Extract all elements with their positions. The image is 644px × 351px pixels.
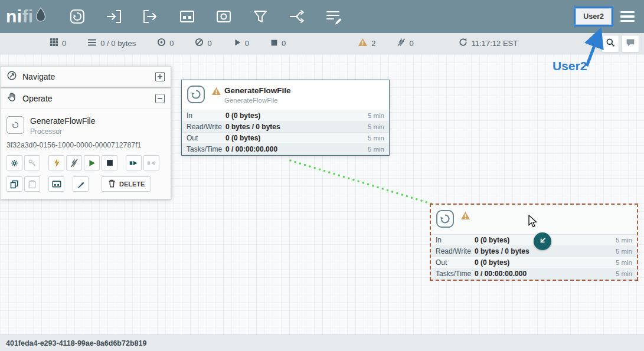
global-menu-button[interactable] [619, 9, 636, 25]
remote-process-group-tool-icon[interactable] [214, 6, 234, 27]
logo-text-fi: fi [22, 6, 33, 27]
running-status: 0 [233, 38, 249, 49]
navigate-panel-header: Navigate [1, 67, 171, 87]
disabled-count: 0 [409, 39, 413, 48]
stopped-count: 0 [282, 39, 286, 48]
status-bar: 0 0 / 0 bytes 0 0 0 [0, 33, 644, 54]
app-header: nifi [0, 0, 644, 33]
user-highlight-box: User2 [574, 6, 613, 27]
stat-row-out: Out 0 (0 bytes) 5 min [182, 133, 389, 144]
invalid-count: 2 [371, 39, 375, 48]
breadcrumb[interactable]: 401feda4-e293-4118-99ae-8a6d6b72b819 [6, 339, 146, 347]
stat-row-readwrite: Read/Write 0 bytes / 0 bytes 5 min [431, 246, 637, 257]
processor-type: GenerateFlowFile [224, 97, 291, 104]
input-port-tool-icon[interactable] [104, 6, 124, 27]
operate-panel: Operate GenerateFlowFile Processor 3f32a… [0, 88, 171, 199]
stat-window: 5 min [368, 112, 384, 119]
funnel-tool-icon[interactable] [250, 6, 270, 27]
processor-name: GenerateFlowFile [224, 86, 291, 95]
process-group-tool-icon[interactable] [177, 6, 197, 27]
operate-panel-body: GenerateFlowFile Processor 3f32a3d0-0156… [1, 109, 171, 199]
current-user-button[interactable]: User2 [576, 8, 612, 25]
active-threads-count: 0 [62, 39, 66, 48]
stat-window: 5 min [616, 270, 632, 277]
fill-color-brush-button[interactable] [73, 176, 89, 192]
navigate-expand-button[interactable] [155, 72, 165, 81]
nifi-app: nifi [0, 0, 644, 351]
last-refresh-time: 11:17:12 EST [472, 39, 518, 48]
group-button[interactable] [48, 176, 64, 192]
operate-panel-title: Operate [22, 94, 150, 103]
footer-breadcrumb-bar: 401feda4-e293-4118-99ae-8a6d6b72b819 [0, 334, 644, 351]
invalid-status: 2 [358, 38, 375, 49]
stat-value: 0 (0 bytes) [475, 258, 616, 267]
stat-label: Out [187, 134, 225, 142]
start-play-button[interactable] [84, 155, 100, 170]
queued-data-count: 0 / 0 bytes [100, 39, 136, 48]
copy-button[interactable] [6, 176, 22, 192]
stat-label: In [187, 111, 225, 120]
active-threads-status: 0 [50, 38, 66, 49]
operate-palette-row-2: DELETE [1, 170, 171, 192]
stat-value: 0 / 00:00:00.000 [225, 145, 368, 153]
processor-icon [436, 209, 455, 231]
settings-gear-button[interactable] [6, 155, 22, 170]
access-key-button[interactable] [24, 155, 40, 170]
create-template-button[interactable] [126, 155, 142, 170]
processor-icon [6, 116, 24, 134]
navigate-compass-icon [6, 70, 17, 83]
queued-list-icon [87, 38, 97, 49]
nifi-logo: nifi [0, 6, 47, 27]
stat-value: 0 (0 bytes) [225, 111, 368, 120]
selected-component-name: GenerateFlowFile [30, 116, 96, 126]
nifi-droplet-icon [33, 6, 47, 27]
transmitting-icon [157, 38, 166, 49]
output-port-tool-icon[interactable] [140, 6, 161, 27]
refresh-status[interactable]: 11:17:12 EST [459, 38, 518, 49]
stat-label: Out [436, 258, 475, 267]
processor-stats: In 0 (0 bytes) 5 min Read/Write 0 bytes … [182, 110, 389, 155]
stat-label: Read/Write [187, 123, 225, 131]
stat-value: 0 (0 bytes) [225, 134, 368, 142]
mouse-cursor [528, 215, 538, 230]
operate-panel-header: Operate [1, 88, 171, 109]
warning-triangle-icon [211, 87, 221, 98]
stat-window: 5 min [368, 146, 384, 153]
navigate-panel: Navigate [0, 66, 171, 87]
delete-button[interactable]: DELETE [102, 176, 151, 192]
warning-triangle-icon [358, 38, 368, 49]
bulletin-panel-button[interactable] [622, 35, 639, 53]
active-threads-grid-icon [50, 38, 58, 49]
template-tool-icon[interactable] [287, 6, 307, 27]
stop-square-button[interactable] [102, 155, 117, 170]
paste-button[interactable] [24, 176, 40, 192]
processor-header: GenerateFlowFile GenerateFlowFile [182, 80, 389, 110]
search-icon [606, 38, 615, 50]
enable-lightning-button[interactable] [48, 155, 64, 170]
stat-label: Tasks/Time [187, 145, 225, 153]
processor-tool-icon[interactable] [67, 6, 87, 27]
flow-canvas[interactable]: Navigate Operate [0, 54, 644, 334]
processor-title-block: GenerateFlowFile GenerateFlowFile [224, 86, 291, 104]
stat-row-readwrite: Read/Write 0 bytes / 0 bytes 5 min [182, 122, 389, 133]
operate-palette-row-1 [1, 149, 171, 170]
selected-component-text: GenerateFlowFile Processor [30, 116, 96, 136]
selected-component: GenerateFlowFile Processor [1, 109, 171, 136]
disable-lightning-slash-button[interactable] [66, 155, 82, 170]
label-tool-icon[interactable] [323, 6, 344, 27]
bolt-slash-icon [397, 38, 406, 49]
stat-row-out: Out 0 (0 bytes) 5 min [431, 257, 637, 268]
trash-icon [108, 179, 116, 189]
stat-window: 5 min [368, 135, 384, 142]
operate-collapse-button[interactable] [155, 94, 165, 103]
transmitting-count: 0 [169, 39, 174, 48]
stat-window: 5 min [616, 237, 632, 244]
upload-template-button[interactable] [143, 155, 159, 170]
component-toolbar [67, 6, 344, 27]
stat-label: Read/Write [436, 247, 475, 255]
processor-generateflowfile[interactable]: GenerateFlowFile GenerateFlowFile In 0 (… [181, 80, 390, 156]
stat-label: Tasks/Time [436, 270, 475, 278]
search-button[interactable] [601, 35, 619, 53]
not-transmitting-count: 0 [207, 39, 211, 48]
stopped-status: 0 [270, 38, 286, 49]
